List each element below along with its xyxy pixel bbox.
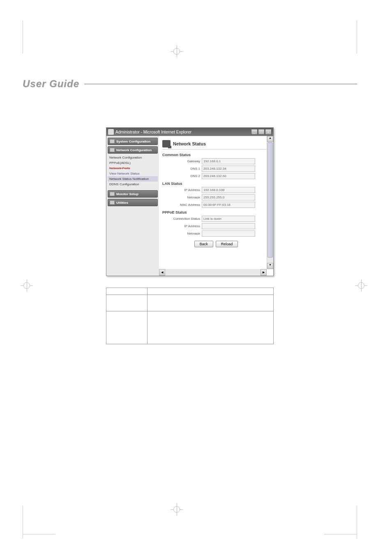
dns1-label: DNS 1 <box>162 167 202 170</box>
table-cell <box>106 295 148 311</box>
window-title: Administrator - Microsoft Internet Explo… <box>115 130 251 134</box>
nav-network-configuration[interactable]: Network Configuration <box>108 146 158 154</box>
network-icon <box>110 148 115 152</box>
scroll-left-arrow[interactable]: ◀ <box>159 269 165 276</box>
header-title: User Guide <box>23 78 79 90</box>
nav-label: Network Configuration <box>116 148 152 152</box>
maximize-button[interactable]: □ <box>258 129 265 135</box>
lan-status-heading: LAN Status <box>162 182 270 186</box>
main-panel: Network Status Common Status Gateway DNS… <box>159 136 273 276</box>
panel-title: Network Status <box>173 141 206 146</box>
scroll-up-arrow[interactable]: ▲ <box>267 136 273 142</box>
network-status-icon <box>162 140 171 147</box>
crop-mark <box>23 21 55 53</box>
scroll-thumb[interactable] <box>267 143 273 258</box>
crop-mark <box>324 506 357 539</box>
scroll-right-arrow[interactable]: ▶ <box>261 269 267 276</box>
table-row <box>106 311 274 344</box>
minimize-button[interactable]: _ <box>251 129 258 135</box>
pppoe-ip-label: IP Address <box>162 224 202 228</box>
sidebar-item-ddns[interactable]: DDNS Configuration <box>108 182 158 187</box>
pppoe-conn-label: Connection Status <box>162 217 202 221</box>
pppoe-status-heading: PPPoE Status <box>162 210 270 214</box>
sidebar-item-network-ports[interactable]: Network Ports <box>108 166 158 171</box>
crop-mark <box>23 506 55 539</box>
nav-monitor-setup[interactable]: Monitor Setup <box>108 190 158 198</box>
table-cell <box>106 288 148 295</box>
monitor-icon <box>110 192 115 196</box>
sidebar-item-view-network-status[interactable]: View Network Status <box>108 171 158 176</box>
pppoe-conn-field <box>202 216 255 222</box>
page-header: User Guide <box>23 78 357 90</box>
sidebar-item-network-status-notification[interactable]: Network Status Notification <box>108 176 158 182</box>
system-icon <box>110 139 115 143</box>
table-cell <box>106 311 148 344</box>
crop-mark <box>324 21 357 53</box>
nav-utilities[interactable]: Utilities <box>108 199 158 206</box>
dns2-field <box>202 173 255 179</box>
back-button[interactable]: Back <box>194 241 213 247</box>
gateway-field <box>202 158 255 164</box>
table-row <box>106 295 274 311</box>
common-status-heading: Common Status <box>162 153 270 157</box>
pppoe-netmask-label: Netmask <box>162 232 202 235</box>
utilities-icon <box>110 200 115 205</box>
reload-button[interactable]: Reload <box>216 241 238 247</box>
lan-ip-label: IP Address <box>162 188 202 192</box>
horizontal-scrollbar[interactable]: ◀ ▶ <box>159 269 267 276</box>
registration-mark <box>171 45 183 58</box>
lan-netmask-label: Netmask <box>162 196 202 199</box>
pppoe-ip-field <box>202 223 255 229</box>
dns2-label: DNS 2 <box>162 174 202 178</box>
ie-icon <box>108 129 114 135</box>
lan-netmask-field <box>202 194 255 200</box>
scroll-down-arrow[interactable]: ▼ <box>267 263 273 269</box>
registration-mark <box>21 279 33 292</box>
table-cell <box>148 288 274 295</box>
sidebar-item-pppoe[interactable]: PPPoE(ADSL) <box>108 160 158 166</box>
sidebar: System Configuration Network Configurati… <box>106 136 159 276</box>
info-table <box>106 288 274 344</box>
browser-window: Administrator - Microsoft Internet Explo… <box>106 127 274 276</box>
vertical-scrollbar[interactable]: ▲ ▼ <box>267 136 273 269</box>
registration-mark <box>171 503 183 516</box>
nav-label: Monitor Setup <box>116 192 138 196</box>
table-row <box>106 288 274 295</box>
nav-label: System Configuration <box>116 140 150 143</box>
nav-label: Utilities <box>116 201 128 205</box>
window-titlebar[interactable]: Administrator - Microsoft Internet Explo… <box>106 128 273 136</box>
lan-mac-label: MAC Address <box>162 203 202 207</box>
nav-system-configuration[interactable]: System Configuration <box>108 138 158 145</box>
close-button[interactable]: × <box>265 129 272 135</box>
table-cell <box>148 311 274 344</box>
header-divider <box>84 84 357 84</box>
dns1-field <box>202 166 255 172</box>
registration-mark <box>355 279 367 292</box>
lan-mac-field <box>202 202 255 208</box>
gateway-label: Gateway <box>162 159 202 163</box>
sidebar-item-network-config[interactable]: Network Configuration <box>108 155 158 160</box>
lan-ip-field <box>202 187 255 193</box>
table-cell <box>148 295 274 311</box>
pppoe-netmask-field <box>202 230 255 237</box>
